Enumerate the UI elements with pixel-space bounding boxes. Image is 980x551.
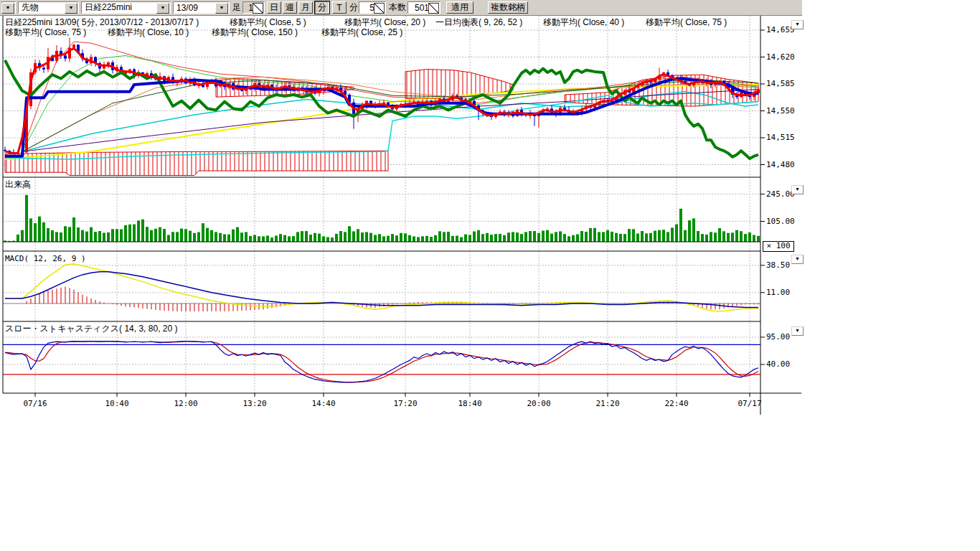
stoch-panel-label: スロー・ストキャスティクス( 14, 3, 80, 20 ) xyxy=(5,324,177,334)
legend-indicator: 移動平均( Close, 25 ) xyxy=(321,28,402,37)
period-day-button[interactable]: 日 xyxy=(267,1,281,14)
legend-indicator: 移動平均( Close, 20 ) xyxy=(344,18,425,27)
bar-label: 足 xyxy=(232,1,241,14)
market-select[interactable]: 先物▼ xyxy=(18,1,79,14)
market-select-value: 先物 xyxy=(22,1,39,14)
period-month-button[interactable]: 月 xyxy=(298,1,313,14)
price-axis-tick: 14,655 xyxy=(766,25,795,34)
multi-symbol-button[interactable]: 複数銘柄 xyxy=(488,1,528,14)
time-axis-tick: 07/17 xyxy=(738,399,762,408)
bar-interval-stepper[interactable]: 1 xyxy=(242,1,265,14)
spinner-icon[interactable] xyxy=(253,3,263,14)
price-axis-tick: 14,480 xyxy=(766,160,795,169)
time-axis-tick: 17:20 xyxy=(394,399,418,408)
minute-stepper[interactable]: 5 xyxy=(359,1,386,14)
chart-canvas[interactable] xyxy=(0,16,804,418)
stoch-scale-menu-button[interactable]: ▼ xyxy=(791,326,804,336)
chevron-down-icon[interactable]: ▼ xyxy=(1,3,14,14)
time-axis-tick: 21:20 xyxy=(596,399,620,408)
macd-scale-menu-button[interactable]: ▼ xyxy=(791,255,804,264)
price-scale-menu-button[interactable]: ▼ xyxy=(791,20,804,29)
legend-indicator: 移動平均( Close, 10 ) xyxy=(108,28,189,37)
period-week-button[interactable]: 週 xyxy=(283,1,297,14)
spinner-icon[interactable] xyxy=(428,3,439,14)
volume-axis-tick: 245.00 xyxy=(766,189,795,199)
time-axis-tick: 10:40 xyxy=(105,399,129,408)
symbol-select-value: 日経225mini xyxy=(85,1,132,14)
time-axis-tick: 22:40 xyxy=(665,399,689,408)
time-axis-tick: 18:40 xyxy=(458,399,482,408)
symbol-select[interactable]: 日経225mini▼ xyxy=(81,1,171,14)
volume-scale-menu-button[interactable]: ▼ xyxy=(791,185,804,194)
macd-axis-tick: 38.50 xyxy=(766,260,790,270)
count-stepper[interactable]: 501 xyxy=(407,1,440,14)
macd-axis-tick: 11.00 xyxy=(766,288,790,297)
legend-indicator: 移動平均( Close, 75 ) xyxy=(5,28,86,37)
legend-indicator: 移動平均( Close, 5 ) xyxy=(230,18,306,27)
legend-indicator: 移動平均( Close, 150 ) xyxy=(212,28,298,37)
volume-axis-tick: 105.00 xyxy=(766,217,795,226)
price-axis-tick: 14,515 xyxy=(766,133,795,142)
macd-panel-label: MACD( 12, 26, 9 ) xyxy=(5,254,86,263)
legend-indicator: 移動平均( Close, 40 ) xyxy=(543,18,624,27)
period-tick-button[interactable]: T xyxy=(332,1,347,14)
price-axis-tick: 14,620 xyxy=(766,52,795,62)
spinner-icon[interactable] xyxy=(374,3,385,14)
chevron-down-icon[interactable]: ▼ xyxy=(156,3,169,14)
stoch-axis-tick: 40.00 xyxy=(766,359,790,369)
period-minute-button[interactable]: 分 xyxy=(315,1,329,14)
toolbar: ▼ 先物▼ 日経225mini▼ 13/09▼ 足 1 日 週 月 分 T 分 … xyxy=(0,0,802,16)
chevron-down-icon[interactable]: ▼ xyxy=(65,3,77,14)
contract-select-value: 13/09 xyxy=(176,3,198,13)
trading-app-window: ▼ 先物▼ 日経225mini▼ 13/09▼ 足 1 日 週 月 分 T 分 … xyxy=(0,0,980,551)
contract-select[interactable]: 13/09▼ xyxy=(173,1,230,14)
chevron-down-icon[interactable]: ▼ xyxy=(215,3,228,14)
apply-button[interactable]: 適用 xyxy=(446,1,473,14)
time-axis-tick: 13:20 xyxy=(243,399,267,408)
count-label: 本数 xyxy=(389,1,406,14)
legend-indicator: 移動平均( Close, 75 ) xyxy=(646,18,727,27)
legend-chart-title: 日経225mini 13/09( 5分, 2013/07/12 - 2013/0… xyxy=(5,18,199,27)
time-axis-tick: 07/16 xyxy=(24,399,47,408)
time-axis-tick: 12:00 xyxy=(174,399,198,408)
minute-label: 分 xyxy=(349,1,358,14)
time-axis-tick: 20:00 xyxy=(527,399,551,408)
volume-multiplier-box: × 100 xyxy=(763,241,794,252)
price-axis-tick: 14,585 xyxy=(766,79,795,88)
price-axis-tick: 14,550 xyxy=(766,106,795,116)
stoch-axis-tick: 95.00 xyxy=(766,332,790,342)
mini-dropdown[interactable]: ▼ xyxy=(1,1,16,14)
legend-indicator: 一目均衡表( 9, 26, 52 ) xyxy=(435,18,522,27)
count-value: 501 xyxy=(415,3,429,13)
time-axis-tick: 14:40 xyxy=(312,399,336,408)
volume-panel-label: 出来高 xyxy=(5,180,31,189)
